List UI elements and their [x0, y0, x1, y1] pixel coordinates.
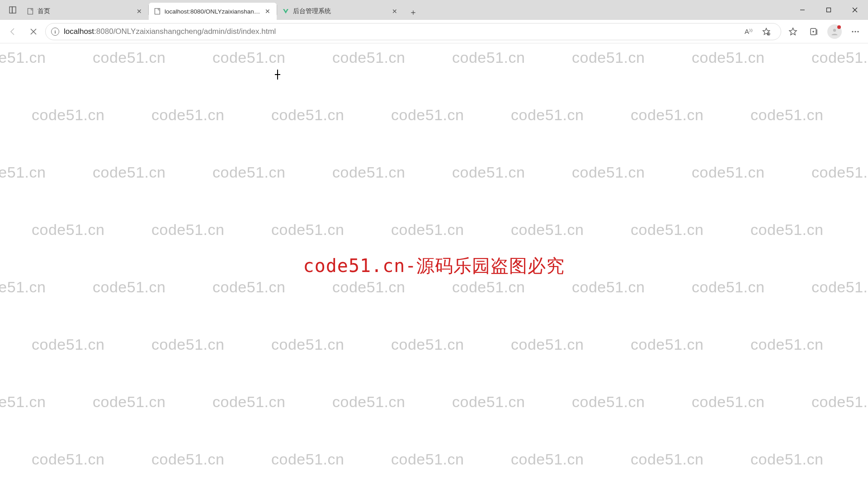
- watermark-text: code51.cn: [631, 450, 703, 468]
- back-button[interactable]: [4, 23, 22, 41]
- watermark-text: code51.cn: [631, 106, 703, 124]
- watermark-text: code51.cn: [452, 164, 525, 181]
- watermark-text: code51.cn: [0, 393, 46, 411]
- watermark-text: code51.cn: [811, 164, 868, 181]
- watermark-text: code51.cn: [332, 164, 405, 181]
- tab-1[interactable]: localhost:8080/ONLYzaixianshan… ✕: [149, 3, 277, 20]
- tab-actions-icon[interactable]: [4, 0, 22, 20]
- watermark-text: code51.cn: [212, 278, 285, 296]
- window-controls: [789, 0, 868, 20]
- svg-point-17: [833, 28, 836, 31]
- watermark-text: code51.cn: [212, 393, 285, 411]
- watermark-text: code51.cn: [391, 336, 464, 353]
- close-icon[interactable]: ✕: [135, 7, 143, 15]
- menu-icon[interactable]: [846, 23, 864, 41]
- page-icon: [154, 8, 161, 15]
- watermark-text: code51.cn: [750, 221, 823, 239]
- watermark-text: code51.cn: [572, 164, 645, 181]
- text-cursor-icon: [275, 70, 280, 80]
- watermark-text: code51.cn: [93, 278, 165, 296]
- watermark-text: code51.cn: [452, 278, 525, 296]
- watermark-text: code51.cn: [692, 49, 764, 66]
- watermark-text: code51.cn: [391, 221, 464, 239]
- profile-avatar[interactable]: [826, 23, 844, 41]
- read-aloud-icon[interactable]: A⁾⁾: [745, 23, 753, 41]
- tab-title: 后台管理系统: [293, 7, 387, 15]
- tab-title: localhost:8080/ONLYzaixianshan…: [165, 8, 260, 15]
- collections-icon[interactable]: [805, 23, 823, 41]
- watermark-text: code51.cn: [32, 336, 104, 353]
- close-window-button[interactable]: [842, 0, 868, 20]
- site-info-icon[interactable]: i: [51, 28, 59, 36]
- stop-button[interactable]: [24, 23, 42, 41]
- page-content: code51.cncode51.cncode51.cncode51.cncode…: [0, 43, 868, 488]
- svg-rect-1: [12, 7, 16, 13]
- new-tab-button[interactable]: ＋: [406, 5, 421, 20]
- watermark-text: code51.cn: [511, 450, 584, 468]
- watermark-text: code51.cn: [93, 49, 165, 66]
- address-bar[interactable]: i localhost:8080/ONLYzaixianshangcheng/a…: [45, 23, 781, 40]
- watermark-text: code51.cn: [811, 278, 868, 296]
- close-icon[interactable]: ✕: [391, 7, 399, 15]
- tab-title: 首页: [38, 7, 132, 15]
- svg-rect-5: [827, 8, 831, 12]
- watermark-text: code51.cn: [572, 49, 645, 66]
- watermark-text: code51.cn: [32, 106, 104, 124]
- close-icon[interactable]: ✕: [264, 7, 272, 15]
- watermark-text: code51.cn: [511, 336, 584, 353]
- svg-point-19: [854, 31, 856, 32]
- svg-point-20: [857, 31, 859, 32]
- svg-rect-3: [155, 9, 160, 14]
- url-path: :8080/ONLYzaixianshangcheng/admin/dist/i…: [94, 27, 276, 36]
- watermark-text: code51.cn: [93, 164, 165, 181]
- watermark-text: code51.cn: [151, 450, 224, 468]
- watermark-text: code51.cn: [332, 393, 405, 411]
- url-text: localhost:8080/ONLYzaixianshangcheng/adm…: [64, 27, 740, 36]
- watermark-text: code51.cn: [271, 336, 344, 353]
- watermark-text: code51.cn: [692, 164, 764, 181]
- watermark-text: code51.cn: [0, 49, 46, 66]
- svg-point-18: [852, 31, 853, 32]
- watermark-text: code51.cn: [692, 393, 764, 411]
- toolbar: i localhost:8080/ONLYzaixianshangcheng/a…: [0, 20, 868, 43]
- watermark-text: code51.cn: [391, 106, 464, 124]
- watermark-text: code51.cn: [511, 221, 584, 239]
- watermark-text: code51.cn: [151, 106, 224, 124]
- watermark-text: code51.cn: [750, 336, 823, 353]
- watermark-text: code51.cn: [811, 393, 868, 411]
- watermark-text: code51.cn: [750, 450, 823, 468]
- minimize-button[interactable]: [789, 0, 816, 20]
- watermark-text: code51.cn: [750, 106, 823, 124]
- page-icon: [27, 8, 34, 15]
- watermark-text: code51.cn: [93, 393, 165, 411]
- watermark-text: code51.cn: [151, 221, 224, 239]
- watermark-text: code51.cn: [212, 49, 285, 66]
- favorite-star-icon[interactable]: [757, 23, 775, 41]
- watermark-text: code51.cn: [811, 49, 868, 66]
- center-warning-text: code51.cn-源码乐园盗图必究: [303, 253, 565, 278]
- maximize-button[interactable]: [816, 0, 842, 20]
- watermark-text: code51.cn: [631, 221, 703, 239]
- vue-icon: [282, 8, 289, 15]
- watermark-text: code51.cn: [332, 49, 405, 66]
- watermark-text: code51.cn: [511, 106, 584, 124]
- svg-rect-0: [9, 7, 12, 13]
- tab-2[interactable]: 后台管理系统 ✕: [277, 3, 404, 20]
- watermark-text: code51.cn: [32, 221, 104, 239]
- watermark-text: code51.cn: [631, 336, 703, 353]
- watermark-text: code51.cn: [572, 278, 645, 296]
- watermark-text: code51.cn: [0, 278, 46, 296]
- watermark-text: code51.cn: [452, 393, 525, 411]
- watermark-text: code51.cn: [572, 393, 645, 411]
- watermark-text: code51.cn: [391, 450, 464, 468]
- watermark-text: code51.cn: [332, 278, 405, 296]
- watermark-text: code51.cn: [271, 221, 344, 239]
- watermark-text: code51.cn: [212, 164, 285, 181]
- watermark-text: code51.cn: [0, 164, 46, 181]
- svg-rect-2: [28, 9, 33, 14]
- favorites-icon[interactable]: [784, 23, 802, 41]
- tab-0[interactable]: 首页 ✕: [22, 3, 148, 20]
- watermark-text: code51.cn: [692, 278, 764, 296]
- watermark-text: code51.cn: [271, 450, 344, 468]
- watermark-text: code51.cn: [32, 450, 104, 468]
